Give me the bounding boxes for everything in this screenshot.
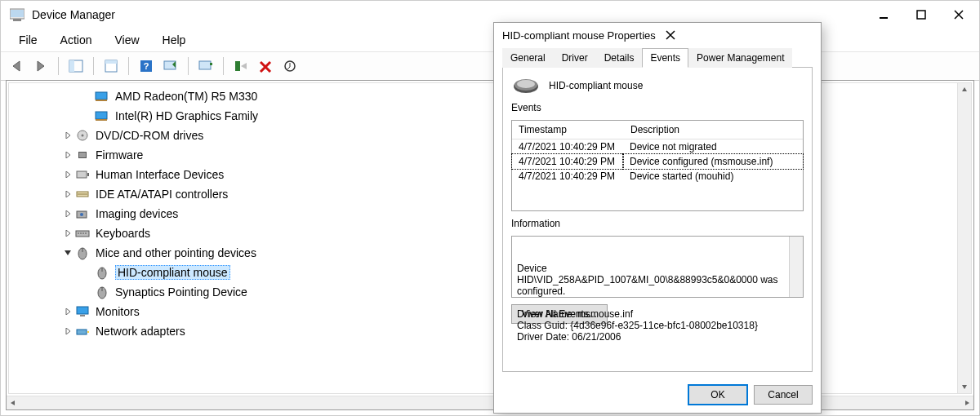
expand-caret[interactable] <box>61 168 74 181</box>
expand-caret[interactable] <box>61 129 74 142</box>
tab-details[interactable]: Details <box>596 48 643 68</box>
tree-item-label: IDE ATA/ATAPI controllers <box>96 188 228 201</box>
scroll-thumb[interactable] <box>790 237 803 254</box>
menu-view[interactable]: View <box>103 30 150 50</box>
maximize-button[interactable] <box>902 2 940 27</box>
tree-item-label: Synaptics Pointing Device <box>115 285 247 299</box>
svg-rect-25 <box>87 173 89 176</box>
expand-caret[interactable] <box>61 148 74 162</box>
device-name: HID-compliant mouse <box>549 80 643 91</box>
tree-item-label: Monitors <box>96 305 140 318</box>
mouse-icon <box>511 76 541 95</box>
window-title: Device Manager <box>32 8 115 21</box>
svg-rect-19 <box>96 119 107 121</box>
event-row[interactable]: 4/7/2021 10:40:29 PMDevice started (mouh… <box>512 169 803 184</box>
tab-events[interactable]: Events <box>642 48 688 68</box>
minimize-button[interactable] <box>865 2 902 27</box>
expand-caret[interactable] <box>81 285 94 299</box>
svg-rect-6 <box>69 60 74 72</box>
mouse-icon <box>94 284 110 300</box>
events-label: Events <box>511 102 804 113</box>
separator <box>58 57 59 75</box>
scrollbar-vertical[interactable] <box>957 83 971 393</box>
tree-item-label: AMD Radeon(TM) R5 M330 <box>115 90 257 103</box>
svg-rect-24 <box>77 171 87 178</box>
network-icon <box>74 323 91 339</box>
mouse-icon <box>74 245 91 261</box>
show-hide-tree-button[interactable] <box>65 55 87 77</box>
column-header-description[interactable]: Description <box>624 121 803 139</box>
tree-item-label: Mice and other pointing devices <box>96 246 256 259</box>
expand-caret[interactable] <box>81 266 94 279</box>
svg-rect-8 <box>105 60 117 64</box>
disable-device-button[interactable] <box>255 55 276 77</box>
scroll-right-button[interactable] <box>960 396 973 409</box>
expand-caret[interactable] <box>81 109 94 122</box>
back-button[interactable] <box>6 55 27 77</box>
forward-button[interactable] <box>30 55 51 77</box>
svg-rect-23 <box>79 153 86 157</box>
expand-caret[interactable] <box>61 325 74 338</box>
expand-caret[interactable] <box>61 246 74 259</box>
separator <box>223 57 224 75</box>
menu-help[interactable]: Help <box>151 30 198 50</box>
dialog-titlebar[interactable]: HID-compliant mouse Properties <box>494 23 821 47</box>
svg-rect-14 <box>235 61 240 71</box>
svg-rect-18 <box>96 112 107 119</box>
svg-rect-2 <box>13 19 21 21</box>
scroll-down-button[interactable] <box>958 380 971 393</box>
mouse-icon <box>94 264 110 281</box>
svg-text:?: ? <box>144 61 149 71</box>
uninstall-device-button[interactable] <box>230 55 252 77</box>
update-driver-button[interactable] <box>195 55 216 77</box>
scroll-left-button[interactable] <box>7 396 20 409</box>
svg-rect-12 <box>199 61 211 69</box>
ok-button[interactable]: OK <box>688 385 747 405</box>
properties-button[interactable] <box>100 55 122 77</box>
close-button[interactable] <box>940 2 978 27</box>
scrollbar-horizontal[interactable] <box>7 396 973 409</box>
svg-rect-13 <box>210 63 212 65</box>
event-row[interactable]: 4/7/2021 10:40:29 PMDevice not migrated <box>512 139 803 154</box>
enable-device-button[interactable] <box>279 55 301 77</box>
menubar: File Action View Help <box>1 29 979 52</box>
expand-caret[interactable] <box>61 227 74 240</box>
separator <box>93 57 94 75</box>
expand-caret[interactable] <box>61 188 74 201</box>
keyboard-icon <box>74 225 91 241</box>
tab-power-management[interactable]: Power Management <box>688 48 792 68</box>
expand-caret[interactable] <box>81 90 94 103</box>
tree-item-label: Network adapters <box>96 325 185 338</box>
expand-caret[interactable] <box>61 305 74 318</box>
hid-icon <box>74 166 91 183</box>
svg-point-39 <box>517 80 535 88</box>
events-list[interactable]: Timestamp Description 4/7/2021 10:40:29 … <box>511 120 804 211</box>
svg-point-28 <box>80 213 83 216</box>
tab-general[interactable]: General <box>502 48 554 68</box>
scan-hardware-button[interactable] <box>160 55 181 77</box>
information-textbox[interactable]: Device HID\VID_258A&PID_1007&MI_00\8&889… <box>511 236 804 298</box>
properties-dialog: HID-compliant mouse Properties General D… <box>493 22 822 414</box>
menu-action[interactable]: Action <box>49 30 104 50</box>
expand-caret[interactable] <box>61 207 74 220</box>
help-button[interactable]: ? <box>136 55 157 77</box>
dialog-close-button[interactable] <box>656 25 685 45</box>
tab-driver[interactable]: Driver <box>554 48 596 68</box>
information-label: Information <box>511 218 804 229</box>
svg-rect-17 <box>96 100 107 101</box>
tree-item-label: HID-compliant mouse <box>115 265 230 280</box>
tree-item-label: Firmware <box>96 148 143 162</box>
titlebar: Device Manager <box>1 1 979 29</box>
information-text: Device HID\VID_258A&PID_1007&MI_00\8&889… <box>517 263 783 343</box>
dialog-title: HID-compliant mouse Properties <box>502 29 656 42</box>
cancel-button[interactable]: Cancel <box>754 385 813 405</box>
event-description: Device not migrated <box>623 139 803 154</box>
separator <box>188 57 189 75</box>
event-description: Device started (mouhid) <box>623 169 803 184</box>
separator <box>128 57 129 75</box>
menu-file[interactable]: File <box>7 30 49 50</box>
camera-icon <box>74 206 91 222</box>
scroll-up-button[interactable] <box>958 83 971 96</box>
column-header-timestamp[interactable]: Timestamp <box>512 121 624 139</box>
event-row[interactable]: 4/7/2021 10:40:29 PMDevice configured (m… <box>512 154 803 169</box>
